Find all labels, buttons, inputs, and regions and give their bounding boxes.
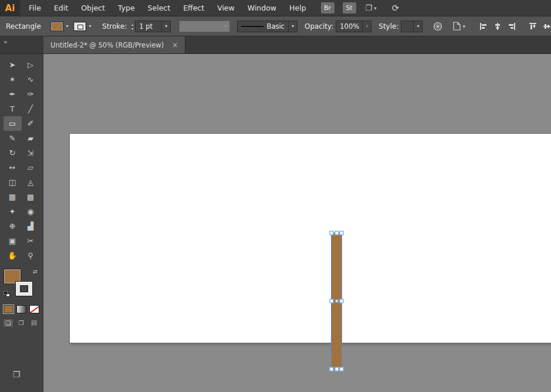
stepper-up-icon[interactable]: ▴ xyxy=(131,22,133,26)
stock-button[interactable]: St xyxy=(343,2,356,13)
align-left-icon[interactable] xyxy=(479,22,488,31)
selection-handle[interactable] xyxy=(330,231,334,235)
tool-gradient[interactable]: ▩ xyxy=(22,190,40,204)
canvas[interactable] xyxy=(43,54,551,392)
chevron-down-icon[interactable]: ▾ xyxy=(289,21,298,32)
selection-center-point[interactable] xyxy=(335,300,338,303)
selection-handle[interactable] xyxy=(330,367,334,371)
selection-handle[interactable] xyxy=(334,231,339,235)
graphic-style-label[interactable]: Style: xyxy=(378,22,398,31)
chevron-down-icon[interactable]: ▾ xyxy=(414,21,422,32)
graphic-style-combo[interactable]: ▾ xyxy=(401,21,422,32)
tool-paintbrush[interactable]: ✐ xyxy=(22,116,40,131)
tool-free-transform[interactable]: ▱ xyxy=(22,160,40,175)
gradient-button[interactable] xyxy=(16,305,26,313)
tool-symbol-sprayer[interactable]: ❉ xyxy=(4,219,22,234)
close-icon[interactable]: × xyxy=(172,41,178,49)
stroke-weight-stepper[interactable]: ▴ ▾ xyxy=(131,22,133,31)
tool-column-graph[interactable]: ▟ xyxy=(22,219,40,234)
menu-help[interactable]: Help xyxy=(283,0,313,16)
workspace-icon: ❐ xyxy=(366,4,373,12)
menu-view[interactable]: View xyxy=(211,0,241,16)
tool-line-segment[interactable]: ╱ xyxy=(22,102,40,116)
tool-curvature[interactable]: ✑ xyxy=(22,87,40,102)
menu-effect[interactable]: Effect xyxy=(177,0,211,16)
tool-selection[interactable]: ➤ xyxy=(4,58,22,72)
brush-definition-combo[interactable]: Basic ▾ xyxy=(237,21,298,32)
fill-color-combo[interactable]: ▾ xyxy=(50,22,71,31)
opacity-label[interactable]: Opacity: xyxy=(305,22,333,31)
tool-zoom[interactable]: ⚲ xyxy=(22,248,40,263)
stroke-weight-combo[interactable]: 1 pt ▾ xyxy=(135,21,171,32)
document-setup-icon[interactable]: ▾ xyxy=(453,22,465,31)
tool-pencil[interactable]: ✎ xyxy=(4,131,22,146)
menu-type[interactable]: Type xyxy=(111,0,141,16)
stroke-indicator-swatch[interactable] xyxy=(15,281,33,296)
sync-icon[interactable]: ⟳ xyxy=(392,3,400,13)
tool-lasso[interactable]: ∿ xyxy=(22,72,40,87)
tool-slice[interactable]: ✂ xyxy=(22,234,40,248)
menu-edit[interactable]: Edit xyxy=(48,0,75,16)
brush-definition-field[interactable]: Basic xyxy=(237,21,289,32)
tool-rectangle[interactable]: ▭ xyxy=(4,116,22,131)
align-center-icon[interactable] xyxy=(493,22,502,31)
tool-direct-selection[interactable]: ▷ xyxy=(22,58,40,72)
opacity-combo[interactable]: 100% › xyxy=(336,21,371,32)
stroke-weight-label[interactable]: Stroke: xyxy=(102,22,127,31)
draw-inside-button[interactable]: 回 xyxy=(29,319,39,327)
selection-handle[interactable] xyxy=(334,367,339,371)
menu-file[interactable]: File xyxy=(22,0,48,16)
fill-color-swatch[interactable] xyxy=(50,22,63,31)
tool-magic-wand[interactable]: ✶ xyxy=(4,72,22,87)
toolbar-collapse-button[interactable]: « xyxy=(0,36,43,53)
menu-object[interactable]: Object xyxy=(75,0,111,16)
tool-blend[interactable]: ◉ xyxy=(22,204,40,219)
artboard[interactable] xyxy=(69,133,551,343)
tool-hand[interactable]: ✋ xyxy=(4,248,22,263)
workspace-switcher[interactable]: ❐ ▾ xyxy=(366,4,377,12)
tool-mesh[interactable]: ▦ xyxy=(4,190,22,204)
width-profile-combo[interactable]: ▾ xyxy=(179,21,230,32)
document-tab[interactable]: Untitled-2* @ 50% (RGB/Preview) × xyxy=(43,36,185,53)
align-right-icon[interactable] xyxy=(508,22,516,31)
swap-fill-stroke-icon[interactable]: ⇄ xyxy=(33,269,38,275)
color-mode-row xyxy=(4,305,43,313)
draw-normal-button[interactable]: ❏ xyxy=(4,319,13,327)
none-button[interactable] xyxy=(29,305,39,313)
selection-handle[interactable] xyxy=(340,231,344,235)
stroke-color-swatch[interactable] xyxy=(73,22,86,31)
color-button[interactable] xyxy=(4,305,13,313)
chevron-down-icon[interactable]: ▾ xyxy=(86,22,94,31)
align-top-icon[interactable] xyxy=(529,22,537,31)
selection-handle[interactable] xyxy=(340,367,344,371)
tool-shape-builder[interactable]: ◫ xyxy=(4,175,22,190)
chevron-down-icon[interactable]: ▾ xyxy=(63,22,71,31)
screen-mode-icon[interactable]: ❐ xyxy=(13,370,21,379)
menu-window[interactable]: Window xyxy=(241,0,283,16)
tool-artboard[interactable]: ▣ xyxy=(4,234,22,248)
tool-scale[interactable]: ⇲ xyxy=(22,146,40,160)
tool-pen[interactable]: ✒ xyxy=(4,87,22,102)
tool-width[interactable]: ↔ xyxy=(4,160,22,175)
selection-handle[interactable] xyxy=(330,299,334,303)
stroke-color-combo[interactable]: ▾ xyxy=(73,22,94,31)
tool-eraser[interactable]: ▰ xyxy=(22,131,40,146)
menu-select[interactable]: Select xyxy=(141,0,177,16)
stroke-weight-value[interactable]: 1 pt xyxy=(135,21,162,32)
chevron-down-icon[interactable]: ▾ xyxy=(162,21,171,32)
bridge-button[interactable]: Br xyxy=(321,2,334,13)
graphic-style-field[interactable] xyxy=(401,21,414,32)
default-fill-stroke-icon[interactable] xyxy=(4,291,11,298)
stepper-down-icon[interactable]: ▾ xyxy=(131,26,133,31)
opacity-value[interactable]: 100% xyxy=(336,21,363,32)
draw-behind-button[interactable]: ❐ xyxy=(16,319,26,327)
align-vcenter-icon[interactable] xyxy=(543,22,551,31)
tool-eyedropper[interactable]: ✦ xyxy=(4,204,22,219)
recolor-artwork-icon[interactable] xyxy=(433,22,442,31)
tool-type[interactable]: T xyxy=(4,102,22,116)
tool-rotate[interactable]: ↻ xyxy=(4,146,22,160)
tool-perspective-grid[interactable]: ◬ xyxy=(22,175,40,190)
control-bar: Rectangle ▾ ▾ Stroke: ▴ ▾ 1 pt ▾ ▾ Basic… xyxy=(0,16,551,36)
selection-handle[interactable] xyxy=(340,299,344,303)
panel-arrow-icon[interactable]: › xyxy=(363,21,371,32)
